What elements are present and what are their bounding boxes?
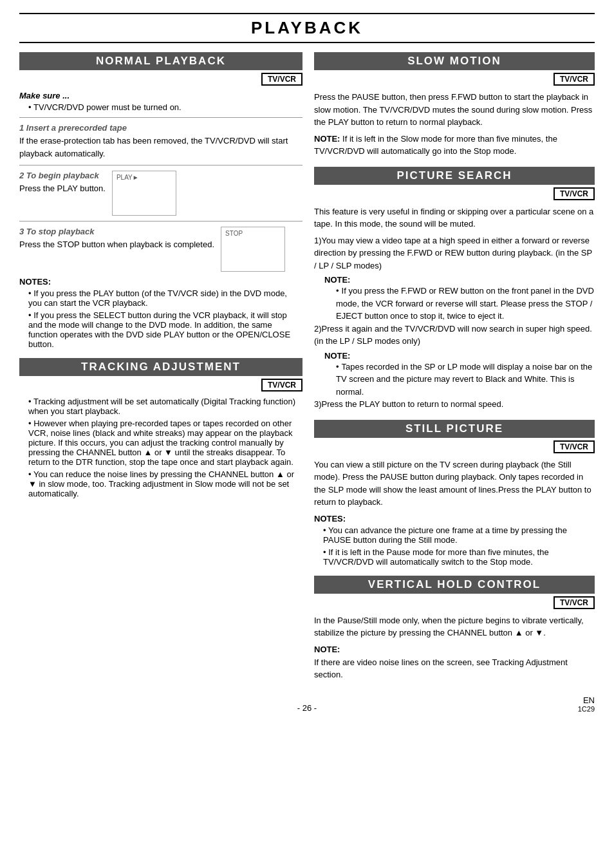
divider2 bbox=[19, 165, 302, 165]
tracking-bullet3: You can reduce the noise lines by pressi… bbox=[28, 469, 302, 498]
normal-playback-badge: TV/VCR bbox=[261, 73, 302, 86]
vertical-hold-header: VERTICAL HOLD CONTROL bbox=[314, 576, 595, 594]
still-picture-note1: You can advance the picture one frame at… bbox=[323, 525, 595, 545]
step3-body: Press the STOP button when playback is c… bbox=[19, 238, 214, 251]
tracking-adjustment-header: TRACKING ADJUSTMENT bbox=[19, 358, 302, 376]
still-picture-header: STILL PICTURE bbox=[314, 420, 595, 438]
picture-search-section: PICTURE SEARCH TV/VCR This feature is ve… bbox=[314, 167, 595, 411]
left-column: NORMAL PLAYBACK TV/VCR Make sure ... TV/… bbox=[19, 52, 302, 690]
step2-row: 2 To begin playback Press the PLAY butto… bbox=[19, 171, 302, 216]
still-picture-body: You can view a still picture on the TV s… bbox=[314, 458, 595, 509]
slow-motion-badge: TV/VCR bbox=[554, 73, 595, 86]
vertical-hold-note-header: NOTE: bbox=[314, 645, 595, 654]
step2-text: 2 To begin playback Press the PLAY butto… bbox=[19, 171, 106, 199]
picture-search-note1-bullet1: If you press the F.FWD or REW button on … bbox=[336, 285, 595, 323]
vertical-hold-note-body: If there are video noise lines on the sc… bbox=[314, 656, 595, 681]
vertical-hold-body: In the Pause/Still mode only, when the p… bbox=[314, 614, 595, 639]
right-column: SLOW MOTION TV/VCR Press the PAUSE butto… bbox=[314, 52, 595, 690]
picture-search-badge: TV/VCR bbox=[554, 187, 595, 200]
picture-search-note2-header: NOTE: bbox=[324, 351, 595, 361]
slow-motion-header: SLOW MOTION bbox=[314, 52, 595, 70]
footer: - 26 - EN 1C29 bbox=[19, 703, 595, 713]
picture-search-item2: 2)Press it again and the TV/VCR/DVD will… bbox=[314, 323, 595, 348]
tracking-adjustment-section: TRACKING ADJUSTMENT TV/VCR Tracking adju… bbox=[19, 358, 302, 498]
step1-body: If the erase-protection tab has been rem… bbox=[19, 135, 302, 160]
footer-page: - 26 - bbox=[297, 703, 317, 713]
normal-playback-note1: If you press the PLAY button (of the TV/… bbox=[28, 288, 302, 308]
slow-motion-note-text: If it is left in the Slow mode for more … bbox=[314, 134, 557, 156]
tracking-bullet2: However when playing pre-recorded tapes … bbox=[28, 419, 302, 467]
slow-motion-note-bold: NOTE: bbox=[314, 134, 340, 144]
tracking-adjustment-badge: TV/VCR bbox=[261, 379, 302, 392]
still-picture-badge: TV/VCR bbox=[554, 440, 595, 453]
divider1 bbox=[19, 117, 302, 118]
step1-header: 1 Insert a prerecorded tape bbox=[19, 123, 302, 133]
slow-motion-section: SLOW MOTION TV/VCR Press the PAUSE butto… bbox=[314, 52, 595, 158]
stop-button-box: STOP bbox=[221, 227, 285, 272]
play-button-box: PLAY► bbox=[112, 171, 176, 216]
step3-header: 3 To stop playback bbox=[19, 227, 214, 236]
picture-search-intro: This feature is very useful in finding o… bbox=[314, 205, 595, 231]
step2-header: 2 To begin playback bbox=[19, 171, 106, 180]
footer-lang: EN bbox=[578, 695, 595, 705]
vertical-hold-section: VERTICAL HOLD CONTROL TV/VCR In the Paus… bbox=[314, 576, 595, 681]
footer-code: 1C29 bbox=[578, 705, 595, 713]
still-picture-notes-header: NOTES: bbox=[314, 514, 595, 524]
still-picture-note2: If it is left in the Pause mode for more… bbox=[323, 547, 595, 567]
picture-search-note1-header: NOTE: bbox=[324, 275, 595, 285]
normal-playback-notes-header: NOTES: bbox=[19, 277, 302, 287]
step2-body: Press the PLAY button. bbox=[19, 182, 106, 195]
slow-motion-note: NOTE: If it is left in the Slow mode for… bbox=[314, 133, 595, 158]
step3-row: 3 To stop playback Press the STOP button… bbox=[19, 227, 302, 272]
picture-search-note2-bullet1: Tapes recorded in the SP or LP mode will… bbox=[336, 361, 595, 399]
page-title: PLAYBACK bbox=[19, 13, 595, 43]
step3-text: 3 To stop playback Press the STOP button… bbox=[19, 227, 214, 255]
normal-playback-header: NORMAL PLAYBACK bbox=[19, 52, 302, 70]
make-sure-label: Make sure ... bbox=[19, 91, 302, 100]
normal-playback-note2: If you press the SELECT button during th… bbox=[28, 310, 302, 349]
picture-search-item1: 1)You may view a video tape at a high sp… bbox=[314, 234, 595, 272]
footer-lang-code: EN 1C29 bbox=[578, 695, 595, 713]
vertical-hold-badge: TV/VCR bbox=[554, 596, 595, 609]
normal-playback-bullet1: TV/VCR/DVD power must be turned on. bbox=[28, 102, 302, 112]
divider3 bbox=[19, 221, 302, 222]
still-picture-section: STILL PICTURE TV/VCR You can view a stil… bbox=[314, 420, 595, 567]
tracking-bullet1: Tracking adjustment will be set automati… bbox=[28, 397, 302, 416]
normal-playback-section: NORMAL PLAYBACK TV/VCR Make sure ... TV/… bbox=[19, 52, 302, 349]
picture-search-item3: 3)Press the PLAY button to return to nor… bbox=[314, 398, 595, 411]
picture-search-header: PICTURE SEARCH bbox=[314, 167, 595, 185]
slow-motion-body: Press the PAUSE button, then press F.FWD… bbox=[314, 91, 595, 129]
